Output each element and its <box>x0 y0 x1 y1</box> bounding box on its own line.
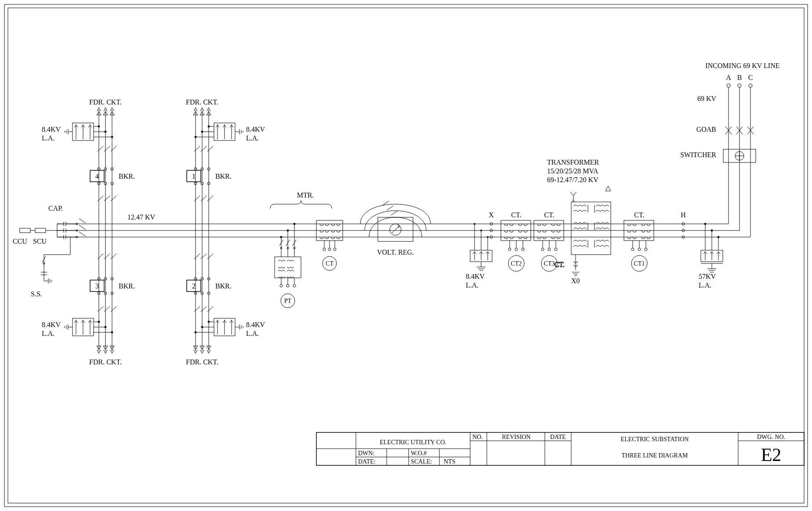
bkr3: BKR. <box>119 282 135 290</box>
title-block: ELECTRIC UTILITY CO. DWN: DATE: W.O.# SC… <box>316 432 804 465</box>
svg-point-203 <box>111 331 113 333</box>
svg-point-39 <box>645 248 647 251</box>
phase-b: B <box>737 74 742 81</box>
ct1-label: CT1 <box>634 260 645 267</box>
svg-line-215 <box>201 254 207 259</box>
svg-point-6 <box>749 84 752 87</box>
svg-line-242 <box>79 225 86 230</box>
svg-point-102 <box>334 248 336 251</box>
svg-point-158 <box>208 126 210 127</box>
svg-point-201 <box>98 321 100 323</box>
transformer-block: TRANSFORMER 15/20/25/28 MVA 69-12.47/7.2… <box>547 158 611 284</box>
xla-la: L.A. <box>466 281 478 289</box>
ct1-block: CT. CT1 <box>624 211 654 271</box>
svg-line-92 <box>391 211 398 215</box>
delta-icon <box>605 186 611 191</box>
svg-line-150 <box>111 196 116 201</box>
svg-point-107 <box>280 236 282 238</box>
ccu-label: CCU <box>13 238 27 245</box>
svg-point-117 <box>280 284 283 287</box>
svg-point-63 <box>555 248 557 251</box>
fdr2-ckt: FDR. CKT. <box>186 358 218 366</box>
svg-point-202 <box>105 326 106 328</box>
phase-a: A <box>726 74 731 81</box>
tb-datecol: DATE <box>550 434 566 440</box>
svg-line-184 <box>98 254 103 259</box>
svg-line-185 <box>104 254 110 259</box>
svg-line-169 <box>201 146 207 151</box>
phase-c: C <box>748 74 753 81</box>
ct2-label: CT2 <box>511 260 522 267</box>
svg-point-69 <box>508 248 511 251</box>
x0-label: X0 <box>571 277 580 284</box>
svg-line-170 <box>207 146 213 151</box>
fdr3-la-kv: 8.4KV <box>42 321 61 328</box>
svg-line-216 <box>207 254 213 259</box>
fdr1-ckt: FDR. CKT. <box>186 98 218 106</box>
svg-point-109 <box>294 223 295 225</box>
ct3-top: CT. <box>544 211 554 219</box>
fdr4-la-la: L.A. <box>42 134 54 142</box>
ct2-block: CT. CT2 <box>501 211 531 271</box>
svg-point-130 <box>111 136 113 138</box>
feeder-4: FDR. CKT. 8.4KV L.A. 4 BKR. <box>42 98 135 237</box>
tb-scale: NTS <box>444 458 455 465</box>
tb-title: THREE LINE DIAGRAM <box>622 452 688 459</box>
tb-wo: W.O.# <box>411 450 427 457</box>
ct-meter-label: CT <box>326 260 334 267</box>
x-label: X <box>489 211 494 219</box>
xfmr-kv: 69-12.47/7.20 KV <box>547 176 598 184</box>
svg-line-214 <box>194 254 200 259</box>
incoming-title: INCOMING 69 KV LINE <box>705 62 779 69</box>
svg-point-129 <box>105 131 106 133</box>
svg-line-195 <box>104 306 110 312</box>
ct3-label: CT3 <box>544 260 555 267</box>
tb-scale-l: SCALE: <box>411 458 432 465</box>
main-bus <box>57 224 750 237</box>
switcher-icon <box>723 149 756 162</box>
svg-line-241 <box>79 219 86 223</box>
scu-label: SCU <box>33 238 47 245</box>
svg-point-81 <box>487 236 489 238</box>
tb-proj: ELECTRIC SUBSTATION <box>621 436 689 443</box>
svg-line-178 <box>194 196 200 201</box>
bkr1: BKR. <box>215 173 232 180</box>
svg-point-71 <box>522 248 524 251</box>
switcher-label: SWITCHER <box>680 151 716 158</box>
kv-69: 69 KV <box>697 95 717 102</box>
metering: MTR. CT PT <box>270 191 343 308</box>
bkr4: BKR. <box>119 173 135 180</box>
svg-point-37 <box>631 248 634 251</box>
svg-line-139 <box>104 146 110 151</box>
fdr3-ckt: FDR. CKT. <box>89 358 122 366</box>
svg-rect-261 <box>35 228 46 233</box>
bkr2: BKR. <box>215 282 232 290</box>
svg-point-79 <box>474 223 475 225</box>
bkr4-num: 4 <box>95 173 99 180</box>
mtr-label: MTR. <box>297 191 314 199</box>
svg-line-180 <box>207 196 213 201</box>
svg-line-224 <box>194 306 200 312</box>
svg-line-179 <box>201 196 207 201</box>
fdr4-la-kv: 8.4KV <box>42 126 61 133</box>
svg-line-194 <box>98 306 103 312</box>
tb-no: NO. <box>472 434 483 440</box>
svg-line-140 <box>111 146 116 151</box>
hv-la-kv: 57KV <box>699 273 716 280</box>
svg-line-243 <box>79 232 86 236</box>
tb-date: DATE: <box>358 458 376 465</box>
svg-point-108 <box>287 230 289 231</box>
feeder-3: FDR. CKT. 3 BKR. 8.4KV L.A. <box>42 224 135 366</box>
bus-kv: 12.47 KV <box>127 213 156 221</box>
svg-line-226 <box>207 306 213 312</box>
goab-label: GOAB <box>696 126 716 133</box>
svg-point-231 <box>208 321 210 323</box>
svg-line-91 <box>387 206 393 210</box>
svg-point-100 <box>323 248 326 251</box>
incoming-section: INCOMING 69 KV LINE A B C 69 KV GOAB SWI… <box>680 62 779 237</box>
svg-line-42 <box>570 192 573 195</box>
h-label: H <box>681 211 686 219</box>
svg-line-168 <box>194 146 200 151</box>
fdr1-la-kv: 8.4KV <box>246 126 265 133</box>
xfmr-mva: 15/20/25/28 MVA <box>547 167 598 175</box>
